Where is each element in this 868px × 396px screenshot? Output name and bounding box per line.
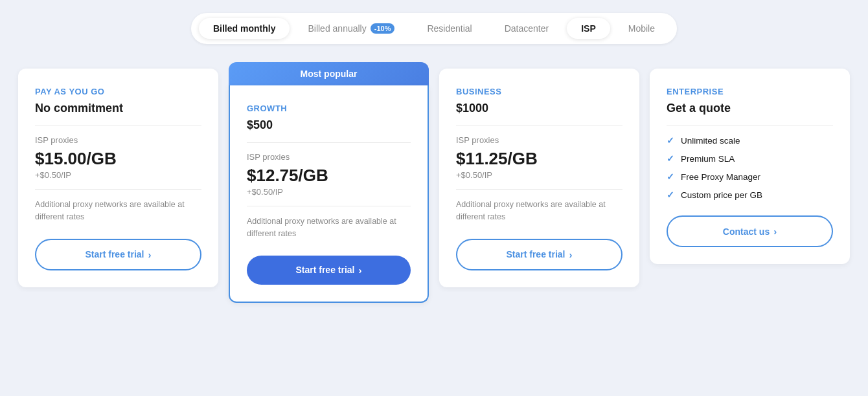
price-per-gb: $12.75/GB [247, 166, 411, 186]
feature-proxy-manager: ✓ Free Proxy Manager [667, 171, 833, 182]
tab-bar: Billed monthly Billed annually -10% Resi… [191, 13, 677, 44]
popular-banner: Most popular [229, 62, 429, 85]
divider [35, 126, 201, 126]
tab-mobile[interactable]: Mobile [614, 18, 669, 39]
tab-billed-monthly[interactable]: Billed monthly [199, 18, 290, 39]
tab-billed-monthly-label: Billed monthly [213, 23, 275, 34]
button-label: Contact us [723, 226, 770, 237]
tab-billed-annually-label: Billed annually [308, 23, 366, 34]
plan-label: GROWTH [247, 104, 411, 113]
divider [247, 142, 411, 143]
divider [35, 189, 201, 190]
check-icon: ✓ [667, 190, 674, 200]
price-per-gb: $15.00/GB [35, 149, 201, 169]
divider [247, 206, 411, 206]
discount-badge: -10% [371, 23, 395, 34]
contact-us-button[interactable]: Contact us › [667, 215, 833, 247]
button-label: Start free trial [506, 249, 565, 259]
tab-isp[interactable]: ISP [567, 18, 610, 39]
tab-isp-label: ISP [581, 23, 596, 34]
proxy-type: ISP proxies [35, 135, 201, 145]
tab-residential[interactable]: Residential [413, 18, 486, 39]
check-icon: ✓ [667, 153, 674, 164]
arrow-icon: › [773, 226, 777, 237]
tab-residential-label: Residential [427, 23, 472, 34]
feature-label: Unlimited scale [681, 136, 740, 146]
price-per-ip: +$0.50/IP [247, 187, 411, 197]
feature-custom-price: ✓ Custom price per GB [667, 190, 833, 200]
check-icon: ✓ [667, 171, 674, 182]
price-per-gb: $11.25/GB [456, 149, 622, 169]
feature-label: Custom price per GB [681, 190, 762, 200]
proxy-type: ISP proxies [456, 135, 622, 145]
plan-price-main: $1000 [456, 102, 622, 115]
plan-note: Additional proxy networks are available … [247, 215, 411, 240]
start-trial-button-payg[interactable]: Start free trial › [35, 239, 201, 270]
arrow-icon: › [148, 249, 152, 260]
tab-mobile-label: Mobile [628, 23, 655, 34]
feature-label: Free Proxy Manager [681, 172, 760, 182]
proxy-type: ISP proxies [247, 152, 411, 162]
plan-card-growth: GROWTH $500 ISP proxies $12.75/GB +$0.50… [229, 85, 429, 303]
button-label: Start free trial [295, 265, 354, 275]
plan-note: Additional proxy networks are available … [35, 199, 201, 223]
arrow-icon: › [569, 249, 573, 260]
arrow-icon: › [359, 265, 362, 276]
button-label: Start free trial [85, 249, 144, 259]
tab-datacenter-label: Datacenter [505, 23, 549, 34]
feature-unlimited-scale: ✓ Unlimited scale [667, 135, 833, 146]
price-per-ip: +$0.50/IP [35, 170, 201, 180]
plan-label: ENTERPRISE [667, 87, 833, 96]
plan-card-enterprise: ENTERPRISE Get a quote ✓ Unlimited scale… [650, 69, 850, 264]
divider [667, 126, 833, 126]
plan-card-business: BUSINESS $1000 ISP proxies $11.25/GB +$0… [439, 69, 639, 287]
price-per-ip: +$0.50/IP [456, 170, 622, 180]
pricing-cards: PAY AS YOU GO No commitment ISP proxies … [13, 62, 855, 303]
plan-label: PAY AS YOU GO [35, 87, 201, 96]
tab-billed-annually[interactable]: Billed annually -10% [293, 18, 409, 39]
plan-label: BUSINESS [456, 87, 622, 96]
plan-price-main: No commitment [35, 102, 201, 115]
divider [456, 126, 622, 126]
tab-datacenter[interactable]: Datacenter [490, 18, 563, 39]
plan-card-pay-as-you-go: PAY AS YOU GO No commitment ISP proxies … [18, 69, 218, 287]
feature-premium-sla: ✓ Premium SLA [667, 153, 833, 164]
plan-price-main: Get a quote [667, 102, 833, 115]
plan-price-main: $500 [247, 118, 411, 132]
feature-label: Premium SLA [681, 154, 735, 164]
enterprise-features: ✓ Unlimited scale ✓ Premium SLA ✓ Free P… [667, 135, 833, 200]
plan-note: Additional proxy networks are available … [456, 199, 622, 223]
check-icon: ✓ [667, 135, 674, 146]
start-trial-button-business[interactable]: Start free trial › [456, 239, 622, 270]
start-trial-button-growth[interactable]: Start free trial › [247, 256, 411, 285]
divider [456, 189, 622, 190]
